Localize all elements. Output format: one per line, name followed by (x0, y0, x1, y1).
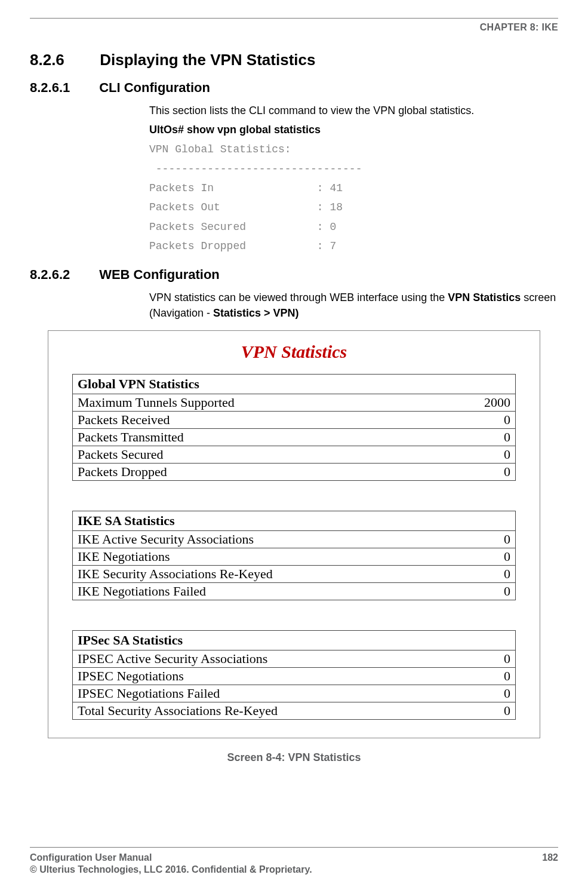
table-row: IKE Negotiations Failed0 (73, 583, 515, 600)
section-heading: 8.2.6 Displaying the VPN Statistics (30, 51, 558, 69)
stat-label: IPSEC Negotiations (78, 668, 184, 684)
subsection-1-number: 8.2.6.1 (30, 80, 96, 96)
table-row: Maximum Tunnels Supported2000 (73, 394, 515, 412)
stat-label: Total Security Associations Re-Keyed (78, 703, 278, 719)
stat-value: 0 (504, 412, 510, 428)
table-row: Packets Transmitted0 (73, 429, 515, 446)
stat-label: IKE Negotiations (78, 549, 170, 564)
stat-label: IPSEC Active Security Associations (78, 651, 267, 667)
ipsec-sa-statistics-block: IPSec SA Statistics IPSEC Active Securit… (72, 630, 516, 720)
global-vpn-statistics-block: Global VPN Statistics Maximum Tunnels Su… (72, 374, 516, 481)
stat-value: 2000 (484, 395, 510, 410)
subsection-2-number: 8.2.6.2 (30, 267, 96, 283)
web-paragraph: VPN statistics can be viewed through WEB… (149, 290, 558, 321)
table-row: Packets Dropped0 (73, 464, 515, 480)
table-row: IKE Negotiations0 (73, 548, 515, 566)
page-footer: Configuration User Manual 182 © Ulterius… (30, 847, 558, 875)
table-row: IPSEC Active Security Associations0 (73, 650, 515, 668)
subsection-1-title: CLI Configuration (99, 80, 210, 95)
vpn-statistics-figure: VPN Statistics Global VPN Statistics Max… (48, 330, 540, 738)
stat-label: IKE Negotiations Failed (78, 584, 206, 599)
stat-label: Maximum Tunnels Supported (78, 395, 235, 410)
stat-value: 0 (504, 447, 510, 462)
figure-title: VPN Statistics (72, 342, 516, 362)
stat-value: 0 (504, 429, 510, 445)
cli-command: UltOs# show vpn global statistics (149, 122, 558, 137)
stat-value: 0 (504, 532, 510, 547)
stat-label: Packets Secured (78, 447, 164, 462)
stat-value: 0 (504, 549, 510, 564)
section-title: Displaying the VPN Statistics (100, 51, 315, 69)
stat-value: 0 (504, 703, 510, 719)
stat-value: 0 (504, 464, 510, 480)
stat-value: 0 (504, 566, 510, 582)
figure-caption: Screen 8-4: VPN Statistics (30, 751, 558, 764)
block-header: IPSec SA Statistics (73, 631, 515, 650)
section-number: 8.2.6 (30, 51, 96, 69)
chapter-header: CHAPTER 8: IKE (30, 22, 558, 33)
table-row: IPSEC Negotiations Failed0 (73, 685, 515, 702)
footer-rule (30, 847, 558, 848)
cli-intro-text: This section lists the CLI command to vi… (149, 103, 558, 118)
table-row: IPSEC Negotiations0 (73, 668, 515, 685)
footer-copyright: © Ulterius Technologies, LLC 2016. Confi… (30, 864, 558, 875)
table-row: Total Security Associations Re-Keyed0 (73, 702, 515, 719)
table-row: IKE Security Associations Re-Keyed0 (73, 566, 515, 583)
subsection-1-heading: 8.2.6.1 CLI Configuration (30, 80, 558, 96)
subsection-2-heading: 8.2.6.2 WEB Configuration (30, 267, 558, 283)
stat-label: Packets Transmitted (78, 429, 184, 445)
stat-value: 0 (504, 686, 510, 701)
stat-label: Packets Dropped (78, 464, 167, 480)
footer-manual-title: Configuration User Manual (30, 852, 152, 863)
web-para-bold2: Statistics > VPN) (213, 307, 299, 319)
stat-value: 0 (504, 668, 510, 684)
table-row: Packets Received0 (73, 412, 515, 429)
web-para-pre: VPN statistics can be viewed through WEB… (149, 291, 448, 303)
web-para-bold1: VPN Statistics (448, 291, 521, 303)
footer-page-number: 182 (542, 852, 558, 863)
stat-value: 0 (504, 651, 510, 667)
stat-label: IPSEC Negotiations Failed (78, 686, 220, 701)
subsection-2-title: WEB Configuration (99, 267, 220, 282)
cli-output: VPN Global Statistics: -----------------… (149, 140, 558, 256)
table-row: IKE Active Security Associations0 (73, 531, 515, 548)
stat-label: IKE Security Associations Re-Keyed (78, 566, 273, 582)
stat-label: Packets Received (78, 412, 170, 428)
ike-sa-statistics-block: IKE SA Statistics IKE Active Security As… (72, 511, 516, 600)
stat-label: IKE Active Security Associations (78, 532, 254, 547)
top-rule (30, 18, 558, 19)
stat-value: 0 (504, 584, 510, 599)
table-row: Packets Secured0 (73, 446, 515, 464)
block-header: Global VPN Statistics (73, 375, 515, 394)
block-header: IKE SA Statistics (73, 511, 515, 531)
